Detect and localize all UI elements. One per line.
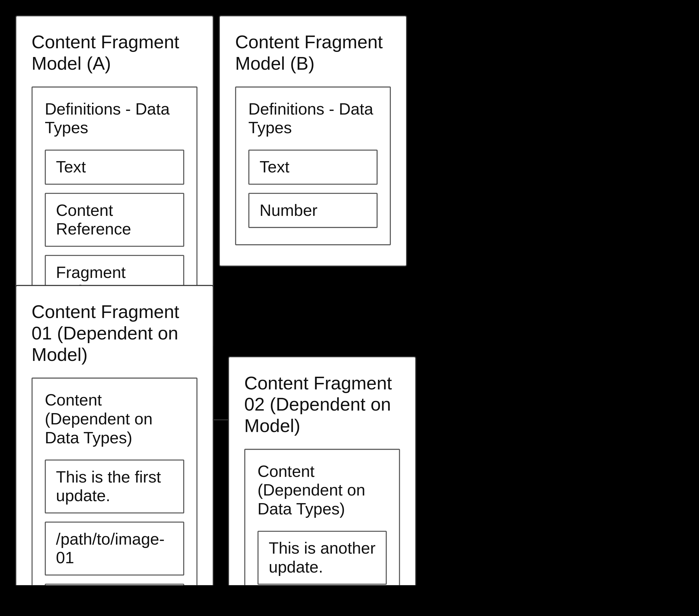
fragment-02-title: Content Fragment 02 (Dependent on Model) (245, 372, 400, 436)
fragment-01-inner-title: Content (Dependent on Data Types) (45, 391, 184, 447)
fragment-01-card: Content Fragment 01 (Dependent on Model)… (15, 285, 214, 585)
fragment-01-title: Content Fragment 01 (Dependent on Model) (31, 301, 198, 365)
model-a-title: Content Fragment Model (A) (31, 31, 198, 74)
fragment-01-inner-box: Content (Dependent on Data Types) This i… (31, 378, 198, 585)
model-b-item-0: Text (248, 149, 378, 185)
fragment-01-item-1: /path/to/image-01 (45, 522, 184, 575)
fragment-02-card: Content Fragment 02 (Dependent on Model)… (228, 356, 416, 585)
model-b-card: Content Fragment Model (B) Definitions -… (219, 15, 407, 267)
model-a-item-0: Text (45, 149, 184, 185)
model-a-item-1: Content Reference (45, 193, 184, 247)
model-b-item-1: Number (248, 193, 378, 228)
model-b-title: Content Fragment Model (B) (235, 31, 391, 74)
fragment-02-item-0: This is another update. (258, 531, 387, 585)
fragment-01-item-2: /path/to/content-fragment-02 (45, 584, 184, 585)
model-a-inner-title: Definitions - Data Types (45, 100, 184, 137)
fragment-01-item-0: This is the first update. (45, 459, 184, 513)
model-b-inner-title: Definitions - Data Types (248, 100, 378, 137)
fragment-02-inner-title: Content (Dependent on Data Types) (258, 462, 387, 519)
connector-line-h (213, 419, 228, 420)
model-b-inner-box: Definitions - Data Types Text Number (235, 87, 391, 246)
fragment-02-inner-box: Content (Dependent on Data Types) This i… (245, 449, 400, 585)
